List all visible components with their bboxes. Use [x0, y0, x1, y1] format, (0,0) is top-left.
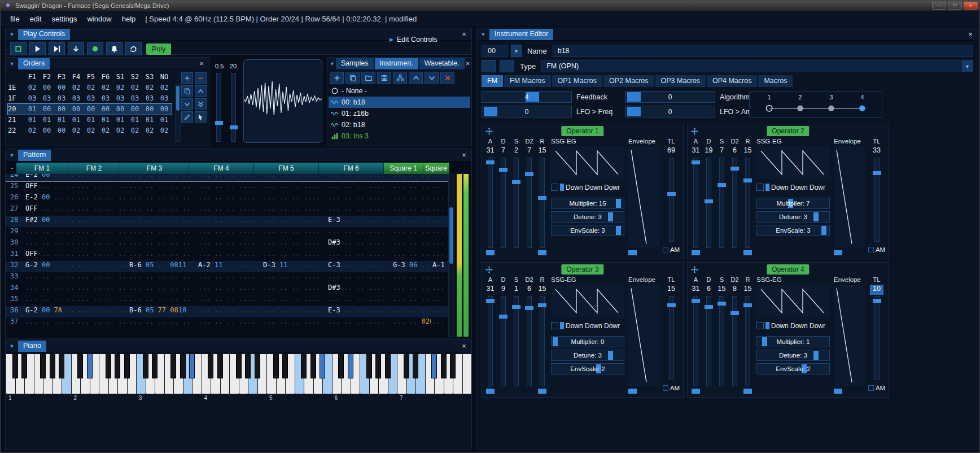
- open-instrument-button[interactable]: [482, 60, 496, 72]
- pattern-cell[interactable]: ... .. .. ....: [196, 284, 261, 295]
- pattern-cell[interactable]: OFF .. .. ....: [24, 182, 76, 193]
- instrument-index-combo[interactable]: 00: [482, 45, 508, 57]
- play-button[interactable]: [29, 42, 46, 55]
- pattern-cell[interactable]: ... .. .. ....: [76, 261, 128, 272]
- pattern-cell[interactable]: ... .. .. .. ..: [128, 216, 196, 227]
- pattern-cell[interactable]: ... ..: [431, 193, 449, 204]
- fm-param-slider[interactable]: 0: [482, 106, 572, 117]
- metronome-button[interactable]: [106, 42, 123, 55]
- pattern-cell[interactable]: ... ..: [431, 295, 449, 306]
- asset-add-button[interactable]: [330, 72, 344, 84]
- channel-header[interactable]: FM 5: [254, 163, 319, 174]
- pattern-cell[interactable]: ... .. .. ....: [326, 295, 391, 306]
- step-row-button[interactable]: [68, 42, 84, 55]
- am-checkbox[interactable]: [868, 247, 874, 252]
- env-slider[interactable]: [693, 158, 698, 248]
- instrument-editor-tab[interactable]: Instrument Editor: [489, 29, 553, 40]
- pattern-cell[interactable]: ... .. .. ....: [76, 227, 128, 238]
- piano-key-black[interactable]: [273, 354, 279, 378]
- menu-item-window[interactable]: window: [82, 12, 116, 25]
- orders-move-up-button[interactable]: [195, 85, 207, 97]
- pattern-cell[interactable]: ... ..: [431, 250, 449, 261]
- order-cell[interactable]: 03: [113, 93, 128, 104]
- orders-add-button[interactable]: [181, 72, 193, 84]
- slider-handle[interactable]: [743, 178, 752, 182]
- pattern-cell[interactable]: ... .. .. ....: [261, 174, 326, 181]
- pattern-cell[interactable]: ... .. ....: [391, 216, 431, 227]
- piano-key-black[interactable]: [338, 354, 344, 378]
- pattern-cell[interactable]: ... .. .. ....: [76, 272, 128, 284]
- pattern-cell[interactable]: G-2 00 .. ....: [24, 261, 76, 272]
- pattern-cell[interactable]: ... .. .. ....: [24, 295, 76, 306]
- slider-handle[interactable]: [743, 303, 752, 307]
- pattern-cell[interactable]: ... ..: [431, 227, 449, 238]
- slider-handle[interactable]: [230, 125, 238, 129]
- pattern-cell[interactable]: ... .. .. ....: [24, 284, 76, 295]
- pattern-cell[interactable]: ... .. .. ....: [24, 272, 76, 284]
- env-checkbox[interactable]: [486, 250, 495, 255]
- pattern-cell[interactable]: ... .. .. .. ..: [128, 174, 196, 181]
- envelope-checkbox[interactable]: [628, 389, 637, 394]
- pattern-cell[interactable]: ... .. .. .. ..: [128, 295, 196, 306]
- ssg-mode-row[interactable]: Down Down Down: [551, 321, 624, 330]
- tl-value[interactable]: 15: [664, 285, 678, 295]
- piano-key-black[interactable]: [348, 354, 353, 378]
- asset-delete-button[interactable]: [440, 72, 454, 84]
- env-slider[interactable]: [706, 296, 711, 386]
- env-checkbox[interactable]: [692, 389, 700, 394]
- ssg-enable-checkbox[interactable]: [551, 184, 558, 191]
- order-cell[interactable]: 01: [113, 115, 128, 125]
- asset-open-button[interactable]: [361, 72, 375, 84]
- piano-key-black[interactable]: [180, 354, 186, 378]
- piano-key-black[interactable]: [170, 354, 176, 378]
- tab-fm[interactable]: FM: [482, 75, 503, 87]
- save-instrument-button[interactable]: [500, 60, 514, 72]
- asset-duplicate-button[interactable]: [345, 72, 360, 84]
- order-cell[interactable]: 00: [40, 82, 54, 93]
- orders-duplicate-button[interactable]: [181, 85, 193, 97]
- order-row[interactable]: 1F03030303030303030303: [8, 93, 172, 104]
- ssg-mode-row[interactable]: Down Down Down: [756, 182, 830, 192]
- channel-header[interactable]: Square 2: [423, 163, 449, 174]
- order-row[interactable]: 2101010101010101010101: [8, 115, 172, 125]
- am-toggle[interactable]: AM: [868, 384, 885, 393]
- instrument-list-item[interactable]: 01: z16b: [329, 108, 470, 119]
- pattern-cell[interactable]: ... .. .. ....: [196, 238, 261, 250]
- ssg-combo-handle[interactable]: [560, 184, 564, 191]
- ssg-mode-row[interactable]: Down Down Down: [551, 182, 624, 192]
- env-slider[interactable]: [540, 158, 545, 248]
- order-cell[interactable]: 02: [113, 125, 128, 136]
- pattern-cell[interactable]: ... .. .. .. ..: [128, 317, 196, 329]
- instrument-list-item[interactable]: 02: b18: [329, 119, 470, 130]
- repeat-button[interactable]: [125, 42, 142, 55]
- piano-key-black[interactable]: [21, 354, 27, 378]
- piano-key-white[interactable]: [462, 354, 473, 394]
- tl-slider[interactable]: [669, 296, 674, 380]
- piano-key-black[interactable]: [255, 354, 260, 378]
- operator-label[interactable]: Operator 4: [767, 264, 809, 275]
- pattern-cell[interactable]: ... .. .. ....: [76, 204, 128, 216]
- slider-handle[interactable]: [486, 299, 495, 303]
- pattern-cell[interactable]: ... .. .. ....: [326, 182, 391, 193]
- fm-param-slider[interactable]: 4: [482, 91, 572, 103]
- order-cell[interactable]: 00: [40, 104, 54, 115]
- slider-handle[interactable]: [873, 299, 881, 303]
- pattern-cell[interactable]: ... .. .. ....: [196, 193, 261, 204]
- pattern-cell[interactable]: OFF .. .. ....: [24, 250, 76, 261]
- pattern-cell[interactable]: ... .. .. ....: [196, 216, 261, 227]
- play-from-start-button[interactable]: [49, 42, 65, 55]
- minimize-button[interactable]: —: [932, 2, 946, 10]
- pattern-cell[interactable]: ... .. ....: [391, 174, 431, 181]
- order-row[interactable]: 1E02000002020202020202: [8, 82, 172, 93]
- pattern-cell[interactable]: E-3 .. .. ....: [326, 216, 391, 227]
- order-cell[interactable]: 00: [98, 104, 113, 115]
- play-controls-tab[interactable]: Play Controls: [18, 29, 70, 40]
- tl-value[interactable]: 10: [870, 285, 883, 295]
- menu-item-settings[interactable]: settings: [47, 12, 82, 25]
- maximize-button[interactable]: □: [948, 2, 962, 10]
- osc-zoom-slider[interactable]: [216, 73, 221, 142]
- env-slider[interactable]: [514, 296, 519, 386]
- tab-op3-macros[interactable]: OP3 Macros: [655, 75, 706, 87]
- envscale-slider[interactable]: EnvScale: 2: [551, 363, 624, 374]
- tl-slider[interactable]: [874, 296, 880, 380]
